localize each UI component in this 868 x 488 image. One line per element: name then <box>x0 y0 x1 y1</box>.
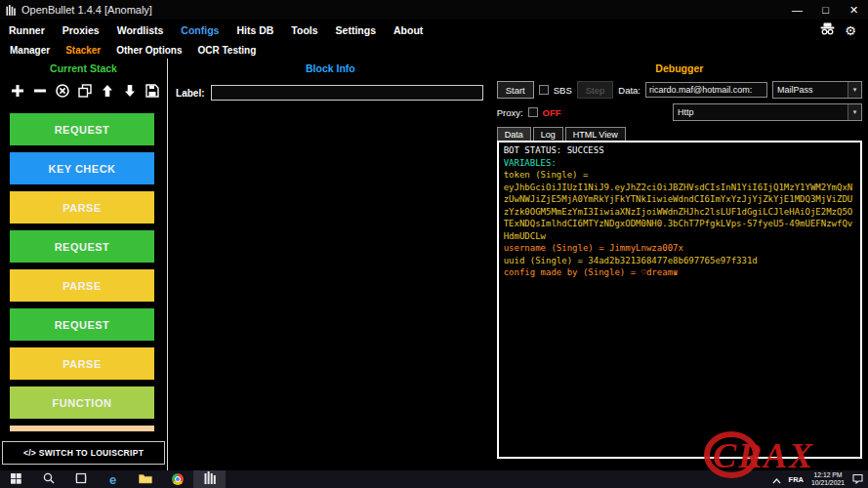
log-line: config made by (Single) = ♡dream♛ <box>504 266 855 279</box>
taskbar-time: 12:12 PM <box>811 471 845 479</box>
anonymous-spy-icon[interactable] <box>820 21 835 39</box>
remove-block-icon[interactable] <box>33 84 47 98</box>
system-tray: FRA 12:12 PM 10/21/2021 <box>772 470 868 488</box>
menu-right-icons: ⚙ <box>820 21 868 39</box>
folder-icon <box>139 470 152 488</box>
menu-items: RunnerProxiesWordlistsConfigsHits DBTool… <box>0 24 432 36</box>
log-line: token (Single) = <box>504 169 855 182</box>
chevron-down-icon[interactable]: ▾ <box>847 82 861 98</box>
window-title: OpenBullet 1.4.4 [Anomaly] <box>21 4 152 16</box>
task-view-button[interactable] <box>64 470 97 488</box>
minimize-button[interactable]: — <box>783 0 811 20</box>
proxy-type-dropdown[interactable]: Http ▾ <box>673 103 862 121</box>
stack-toolbar <box>0 76 167 102</box>
gear-icon[interactable]: ⚙ <box>845 24 856 37</box>
block-info-header: Block Info <box>168 59 493 76</box>
edge-icon: e <box>109 473 116 486</box>
log-line: BOT STATUS: SUCCESS <box>504 144 855 157</box>
proxy-label: Proxy: <box>497 107 523 118</box>
stack-block-parse[interactable]: PARSE <box>10 191 154 224</box>
menu-item-configs[interactable]: Configs <box>172 24 227 36</box>
block-label-input[interactable] <box>211 85 483 101</box>
openbullet-icon <box>204 470 216 488</box>
menu-item-runner[interactable]: Runner <box>0 24 54 36</box>
tab-log[interactable]: Log <box>533 127 563 141</box>
block-label-row: Label: <box>168 76 493 101</box>
close-button[interactable]: ✕ <box>840 0 868 20</box>
current-stack-panel: Current Stack <box>0 59 168 470</box>
window-controls: — □ ✕ <box>783 0 868 20</box>
data-label: Data: <box>618 85 641 96</box>
debugger-row-1: Start SBS Step Data: MailPass ▾ <box>497 81 862 99</box>
maximize-button[interactable]: □ <box>811 0 840 20</box>
action-center-icon[interactable] <box>852 470 863 488</box>
add-block-icon[interactable] <box>11 84 24 98</box>
taskbar-search-button[interactable] <box>32 470 64 488</box>
debugger-header: Debugger <box>497 59 862 76</box>
debugger-tabs: DataLogHTML View <box>497 127 862 141</box>
block-label-caption: Label: <box>176 88 204 99</box>
language-indicator[interactable]: FRA <box>789 475 804 484</box>
stack-block-key-check[interactable]: KEY CHECK <box>10 152 154 184</box>
openbullet-taskbar-button[interactable] <box>193 470 226 488</box>
submenu-item-ocr-testing[interactable]: OCR Testing <box>190 45 265 56</box>
menu-item-settings[interactable]: Settings <box>327 24 385 36</box>
wordlist-type-value: MailPass <box>773 85 847 95</box>
menu-item-tools[interactable]: Tools <box>282 24 326 36</box>
debugger-row-2: Proxy: OFF Http ▾ <box>497 103 862 121</box>
current-stack-header: Current Stack <box>0 59 167 76</box>
move-down-icon[interactable] <box>123 84 137 98</box>
proxy-status-badge: OFF <box>543 107 561 118</box>
stack-block-parse[interactable]: PARSE <box>10 269 154 302</box>
windows-taskbar: e FRA 12:12 PM 10/21/2021 <box>0 470 868 488</box>
log-line: eyJhbGciOiJIUzI1NiJ9.eyJhZ2ciOiJBZHVsdCI… <box>504 182 855 243</box>
test-data-input[interactable] <box>645 82 767 98</box>
title-bar: OpenBullet 1.4.4 [Anomaly] — □ ✕ <box>0 0 868 20</box>
edge-taskbar-button[interactable]: e <box>97 470 129 488</box>
save-config-icon[interactable] <box>145 84 159 98</box>
stack-block-function[interactable]: FUNCTION <box>10 386 154 419</box>
chevron-up-icon[interactable] <box>772 470 781 488</box>
menu-bar: RunnerProxiesWordlistsConfigsHits DBTool… <box>0 20 868 41</box>
stack-block-request[interactable]: REQUEST <box>10 230 154 263</box>
main-content: Current Stack <box>0 59 868 470</box>
sbs-label: SBS <box>554 85 572 96</box>
tab-html-view[interactable]: HTML View <box>565 127 626 141</box>
step-button[interactable]: Step <box>577 81 614 99</box>
log-line: VARIABLES: <box>504 157 855 170</box>
move-up-icon[interactable] <box>101 84 114 98</box>
stack-block-request[interactable]: REQUEST <box>10 308 154 341</box>
disable-block-icon[interactable] <box>56 84 69 98</box>
chevron-down-icon[interactable]: ▾ <box>847 104 861 120</box>
chrome-taskbar-button[interactable] <box>161 470 193 488</box>
stack-block-request[interactable]: REQUEST <box>10 113 154 145</box>
stack-block-parse[interactable]: PARSE <box>10 347 154 380</box>
block-info-panel: Block Info Label: <box>168 59 493 470</box>
task-view-icon <box>75 470 87 488</box>
file-explorer-button[interactable] <box>129 470 161 488</box>
openbullet-window: OpenBullet 1.4.4 [Anomaly] — □ ✕ RunnerP… <box>0 0 868 488</box>
tab-data[interactable]: Data <box>497 127 531 141</box>
start-menu-button[interactable] <box>0 470 32 488</box>
menu-item-hits-db[interactable]: Hits DB <box>227 24 282 36</box>
proxy-checkbox[interactable] <box>528 107 538 117</box>
proxy-type-value: Http <box>674 107 847 117</box>
menu-item-proxies[interactable]: Proxies <box>54 24 108 36</box>
debug-log[interactable]: BOT STATUS: SUCCESSVARIABLES:token (Sing… <box>497 141 862 459</box>
menu-item-about[interactable]: About <box>385 24 432 36</box>
wordlist-type-dropdown[interactable]: MailPass ▾ <box>772 81 862 99</box>
stack-block-partial[interactable] <box>10 426 154 431</box>
openbullet-logo-icon <box>6 5 16 16</box>
search-icon <box>43 470 55 488</box>
submenu-item-other-options[interactable]: Other Options <box>108 45 189 56</box>
submenu-item-stacker[interactable]: Stacker <box>58 45 108 56</box>
menu-item-wordlists[interactable]: Wordlists <box>108 24 173 36</box>
clone-block-icon[interactable] <box>78 84 92 98</box>
configs-submenu: ManagerStackerOther OptionsOCR Testing <box>0 41 868 59</box>
sbs-checkbox[interactable] <box>539 85 549 95</box>
taskbar-clock[interactable]: 12:12 PM 10/21/2021 <box>811 471 845 487</box>
switch-to-loliscript-button[interactable]: </> SWITCH TO LOUISCRIPT <box>2 441 165 465</box>
log-line: uuid (Single) = 34ad2b321368477e8b697765… <box>504 255 855 267</box>
submenu-item-manager[interactable]: Manager <box>2 45 58 56</box>
start-button[interactable]: Start <box>497 81 534 99</box>
